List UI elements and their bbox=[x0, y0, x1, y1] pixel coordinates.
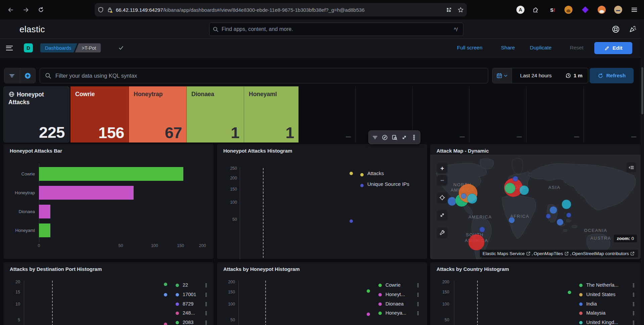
attack-bubble[interactable] bbox=[467, 194, 477, 204]
legend-options-kebab-icon[interactable] bbox=[416, 301, 420, 307]
legend-item-label[interactable]: Honeya... bbox=[385, 310, 406, 316]
legend-item-label[interactable]: Attacks bbox=[367, 170, 384, 176]
explore-in-discover-icon[interactable] bbox=[382, 134, 388, 140]
breadcrumb-dashboards[interactable]: Dashboards bbox=[40, 43, 77, 52]
address-bar[interactable]: 66.42.119.149:64297/kibana/app/dashboard… bbox=[95, 3, 467, 16]
attack-bubble[interactable] bbox=[468, 234, 485, 250]
browser-forward-button[interactable] bbox=[21, 5, 31, 15]
legend-item-label[interactable]: The Netherla... bbox=[586, 282, 618, 288]
scrollbar-thumb[interactable] bbox=[641, 67, 643, 114]
date-quick-select-button[interactable] bbox=[493, 68, 512, 83]
extension-s-icon[interactable]: S! bbox=[549, 6, 557, 14]
legend-options-kebab-icon[interactable] bbox=[416, 292, 420, 297]
metric-tile-dionaea[interactable]: Dionaea 1 bbox=[187, 86, 244, 143]
auto-refresh-interval[interactable]: 1 m bbox=[560, 68, 588, 83]
map-tools-button[interactable] bbox=[437, 228, 447, 238]
legend-options-kebab-icon[interactable] bbox=[204, 292, 209, 297]
map-fit-data-button[interactable] bbox=[437, 210, 447, 220]
legend-options-kebab-icon[interactable] bbox=[631, 311, 636, 316]
breadcrumb-current-dashboard[interactable]: >T-Pot bbox=[75, 43, 101, 52]
data-point-22[interactable] bbox=[164, 283, 167, 286]
bar-dionaea[interactable] bbox=[39, 205, 50, 218]
attack-bubble[interactable] bbox=[479, 227, 485, 232]
legend-item-label[interactable]: Dionaea bbox=[385, 301, 404, 307]
map-zoom-in-button[interactable]: + bbox=[437, 163, 447, 173]
help-icon[interactable] bbox=[612, 25, 620, 33]
attack-bubble[interactable] bbox=[566, 213, 571, 217]
legend-item-label[interactable]: Unique Source IPs bbox=[367, 181, 409, 187]
legend-item-label[interactable]: India bbox=[586, 301, 597, 307]
attack-bubble[interactable] bbox=[505, 183, 515, 194]
attribution-elastic-maps-link[interactable]: Elastic Maps Service bbox=[482, 251, 524, 256]
browser-back-button[interactable] bbox=[5, 5, 15, 15]
attribution-openmaptiles-link[interactable]: OpenMapTiles bbox=[534, 251, 563, 256]
attack-bubble[interactable] bbox=[550, 206, 557, 214]
browser-menu-icon[interactable] bbox=[630, 6, 638, 14]
legend-item-label[interactable]: United Kingd... bbox=[586, 320, 618, 325]
maximize-panel-icon[interactable] bbox=[401, 134, 407, 140]
legend-options-kebab-icon[interactable] bbox=[631, 301, 636, 307]
reset-button[interactable]: Reset bbox=[570, 45, 584, 51]
legend-item-label[interactable]: 248... bbox=[183, 310, 195, 316]
edit-button[interactable]: Edit bbox=[594, 42, 632, 54]
data-point-the-netherla-[interactable] bbox=[568, 291, 571, 294]
browser-reload-button[interactable] bbox=[36, 5, 46, 15]
metric-tile-honeypot-attacks[interactable]: Honeypot Attacks 225 bbox=[3, 86, 70, 143]
attribution-openstreetmap-link[interactable]: OpenStreetMap contributors bbox=[572, 251, 629, 256]
world-map[interactable]: NORTH AMERICA AMERICA SOUTH AMERICA EURO… bbox=[430, 155, 641, 259]
panel-options-kebab-icon[interactable] bbox=[411, 134, 417, 140]
data-point-attacks[interactable] bbox=[350, 172, 353, 175]
main-menu-icon[interactable] bbox=[6, 46, 13, 50]
share-button[interactable]: Share bbox=[501, 45, 515, 51]
bar-cowrie[interactable] bbox=[39, 167, 183, 181]
data-point-honeyt-[interactable] bbox=[367, 313, 370, 316]
add-filter-button[interactable] bbox=[20, 68, 36, 83]
map-zoom-out-button[interactable]: − bbox=[437, 175, 447, 185]
connection-lock-icon[interactable] bbox=[107, 7, 113, 13]
extension-diamond-icon[interactable] bbox=[581, 6, 589, 14]
legend-item-label[interactable]: Honeyt... bbox=[385, 292, 405, 297]
global-search-input[interactable]: Find apps, content, and more. ^/ bbox=[209, 23, 463, 36]
attack-bubble[interactable] bbox=[519, 186, 529, 195]
duplicate-button[interactable]: Duplicate bbox=[530, 45, 552, 51]
attack-bubble[interactable] bbox=[461, 193, 466, 199]
extensions-puzzle-icon[interactable] bbox=[532, 6, 540, 14]
panel-filter-icon[interactable] bbox=[372, 134, 378, 140]
legend-item-label[interactable]: Cowrie bbox=[385, 282, 401, 288]
filter-menu-button[interactable] bbox=[4, 68, 20, 83]
legend-options-kebab-icon[interactable] bbox=[204, 311, 209, 316]
bar-honeytrap[interactable] bbox=[39, 186, 134, 200]
full-screen-button[interactable]: Full screen bbox=[457, 45, 482, 51]
extension-monkey-icon[interactable] bbox=[564, 6, 572, 14]
data-point-cowrie[interactable] bbox=[367, 289, 370, 293]
legend-item-label[interactable]: Malaysia bbox=[586, 310, 605, 316]
attack-bubble[interactable] bbox=[557, 219, 563, 226]
legend-options-kebab-icon[interactable] bbox=[204, 320, 209, 325]
attack-bubble[interactable] bbox=[546, 214, 551, 218]
legend-item-label[interactable]: 8729 bbox=[183, 301, 193, 307]
legend-options-kebab-icon[interactable] bbox=[416, 311, 420, 316]
legend-options-kebab-icon[interactable] bbox=[631, 292, 636, 297]
page-scrollbar[interactable] bbox=[641, 19, 644, 325]
data-point-unique-source-ips[interactable] bbox=[350, 219, 353, 223]
metric-tile-honeytrap[interactable]: Honeytrap 67 bbox=[129, 86, 187, 143]
space-badge[interactable]: D bbox=[24, 43, 33, 52]
legend-options-kebab-icon[interactable] bbox=[204, 301, 209, 307]
bookmark-star-icon[interactable] bbox=[458, 7, 464, 13]
inspect-icon[interactable] bbox=[392, 134, 398, 140]
legend-options-kebab-icon[interactable] bbox=[631, 320, 636, 325]
extension-fox-icon[interactable] bbox=[598, 6, 606, 14]
profile-avatar-icon[interactable] bbox=[614, 6, 622, 14]
attack-bubble[interactable] bbox=[509, 217, 515, 223]
page-containers-icon[interactable] bbox=[446, 7, 452, 13]
legend-options-kebab-icon[interactable] bbox=[416, 283, 420, 288]
elastic-wordmark[interactable]: elastic bbox=[19, 24, 45, 35]
tracking-shield-icon[interactable] bbox=[98, 7, 104, 13]
bar-honeyaml[interactable] bbox=[39, 224, 50, 237]
legend-item-label[interactable]: 17001 bbox=[183, 292, 196, 297]
legend-options-kebab-icon[interactable] bbox=[204, 283, 209, 288]
time-range-value[interactable]: Last 24 hours bbox=[512, 68, 560, 83]
attack-bubble[interactable] bbox=[448, 197, 456, 206]
map-set-view-button[interactable] bbox=[437, 193, 447, 203]
attack-bubble[interactable] bbox=[562, 200, 571, 209]
